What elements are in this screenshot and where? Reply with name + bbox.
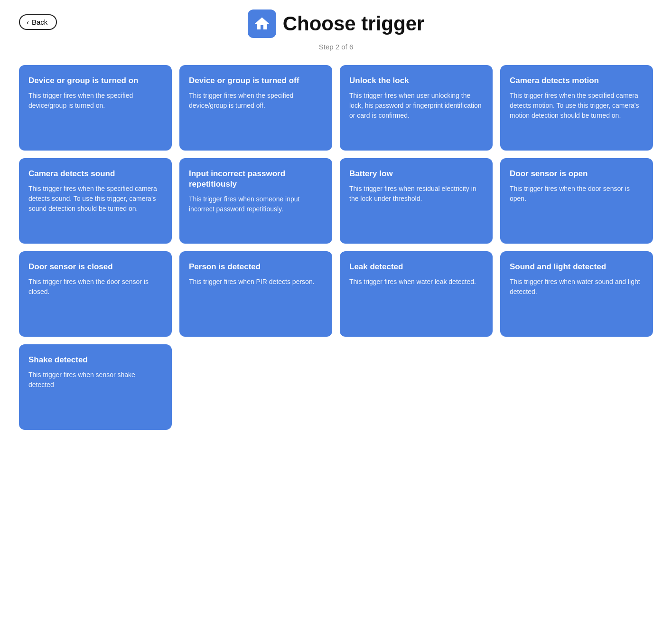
app-icon xyxy=(248,9,276,38)
trigger-card-camera-motion[interactable]: Camera detects motionThis trigger fires … xyxy=(500,65,653,151)
trigger-desc-battery-low: This trigger fires when residual electri… xyxy=(349,184,483,204)
trigger-card-leak-detected[interactable]: Leak detectedThis trigger fires when wat… xyxy=(340,251,493,337)
triggers-grid: Device or group is turned onThis trigger… xyxy=(19,65,653,430)
trigger-desc-person-detected: This trigger fires when PIR detects pers… xyxy=(189,277,323,287)
trigger-desc-shake-detected: This trigger fires when sensor shake det… xyxy=(28,370,162,390)
trigger-title-device-off: Device or group is turned off xyxy=(189,76,323,86)
trigger-desc-door-open: This trigger fires when the door sensor … xyxy=(510,184,644,204)
trigger-card-door-open[interactable]: Door sensor is openThis trigger fires wh… xyxy=(500,158,653,244)
page-title: Choose trigger xyxy=(283,12,425,35)
trigger-title-incorrect-password: Input incorrect password repetitiously xyxy=(189,169,323,189)
title-row: Choose trigger xyxy=(248,9,425,38)
trigger-card-camera-sound[interactable]: Camera detects soundThis trigger fires w… xyxy=(19,158,172,244)
trigger-desc-device-on: This trigger fires when the specified de… xyxy=(28,91,162,111)
back-button[interactable]: ‹ Back xyxy=(19,14,57,30)
trigger-card-shake-detected[interactable]: Shake detectedThis trigger fires when se… xyxy=(19,344,172,430)
trigger-card-person-detected[interactable]: Person is detectedThis trigger fires whe… xyxy=(179,251,332,337)
trigger-card-device-on[interactable]: Device or group is turned onThis trigger… xyxy=(19,65,172,151)
trigger-desc-incorrect-password: This trigger fires when someone input in… xyxy=(189,194,323,214)
trigger-desc-camera-motion: This trigger fires when the specified ca… xyxy=(510,91,644,121)
trigger-card-battery-low[interactable]: Battery lowThis trigger fires when resid… xyxy=(340,158,493,244)
trigger-title-person-detected: Person is detected xyxy=(189,262,323,272)
trigger-title-unlock-lock: Unlock the lock xyxy=(349,76,483,86)
trigger-desc-device-off: This trigger fires when the specified de… xyxy=(189,91,323,111)
trigger-title-leak-detected: Leak detected xyxy=(349,262,483,272)
back-label: Back xyxy=(32,18,47,26)
trigger-card-incorrect-password[interactable]: Input incorrect password repetitiouslyTh… xyxy=(179,158,332,244)
trigger-title-shake-detected: Shake detected xyxy=(28,355,162,365)
trigger-title-door-open: Door sensor is open xyxy=(510,169,644,179)
trigger-card-device-off[interactable]: Device or group is turned offThis trigge… xyxy=(179,65,332,151)
back-chevron-icon: ‹ xyxy=(27,18,29,26)
trigger-desc-sound-light: This trigger fires when water sound and … xyxy=(510,277,644,297)
trigger-title-door-closed: Door sensor is closed xyxy=(28,262,162,272)
trigger-card-sound-light[interactable]: Sound and light detectedThis trigger fir… xyxy=(500,251,653,337)
trigger-title-device-on: Device or group is turned on xyxy=(28,76,162,86)
step-indicator: Step 2 of 6 xyxy=(319,43,354,51)
trigger-title-camera-sound: Camera detects sound xyxy=(28,169,162,179)
trigger-desc-leak-detected: This trigger fires when water leak detec… xyxy=(349,277,483,287)
page-header: ‹ Back Choose trigger Step 2 of 6 xyxy=(19,9,653,51)
trigger-desc-door-closed: This trigger fires when the door sensor … xyxy=(28,277,162,297)
trigger-title-battery-low: Battery low xyxy=(349,169,483,179)
trigger-card-door-closed[interactable]: Door sensor is closedThis trigger fires … xyxy=(19,251,172,337)
trigger-title-sound-light: Sound and light detected xyxy=(510,262,644,272)
trigger-card-unlock-lock[interactable]: Unlock the lockThis trigger fires when u… xyxy=(340,65,493,151)
trigger-desc-unlock-lock: This trigger fires when user unlocking t… xyxy=(349,91,483,121)
trigger-desc-camera-sound: This trigger fires when the specified ca… xyxy=(28,184,162,214)
trigger-title-camera-motion: Camera detects motion xyxy=(510,76,644,86)
home-icon xyxy=(253,15,271,32)
